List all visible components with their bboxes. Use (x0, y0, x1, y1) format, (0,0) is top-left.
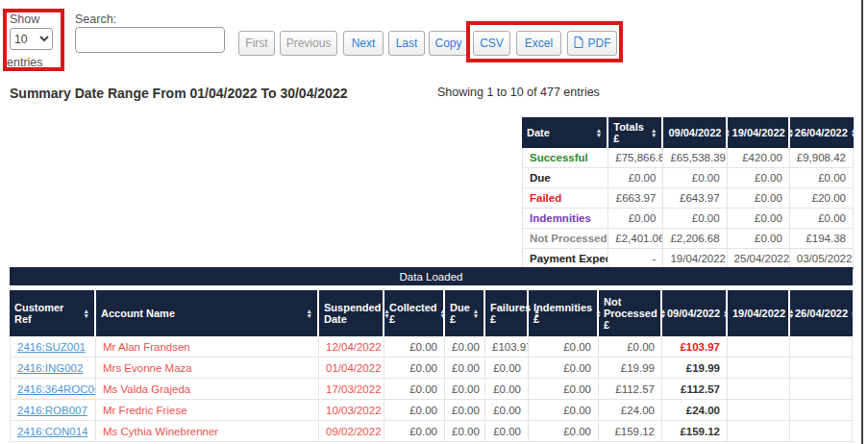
summary-column-header-0904[interactable]: 09/04/2022▲▼ (663, 117, 727, 148)
pagination-last-button[interactable]: Last (388, 31, 425, 56)
summary-row-failed: Failed £663.97 £643.97 £0.00 £20.00 (522, 188, 854, 209)
indemnities-cell: £0.00 (529, 421, 599, 442)
summary-column-header-totals[interactable]: Totals £▲▼ (608, 117, 663, 148)
column-header-not-processed[interactable]: Not Processed £▲▼ (599, 290, 662, 336)
column-label: Collected £ (389, 302, 437, 325)
table-row: 2416:CON014 Ms Cythia Winebrenner 09/02/… (10, 421, 853, 442)
date-2604-cell (790, 336, 853, 358)
sort-icon: ▲▼ (595, 308, 601, 318)
cell-value: £0.00 (663, 209, 727, 229)
column-label: Indemnities £ (533, 302, 592, 325)
column-label: Account Name (101, 308, 175, 319)
column-header-failures[interactable]: Failures £▲▼ (485, 290, 529, 336)
pdf-button-label: PDF (588, 37, 611, 50)
customer-ref-link[interactable]: 2416:364ROC002 (17, 383, 96, 395)
cell-value: 25/04/2022 (728, 249, 790, 269)
indemnities-cell: £0.00 (529, 358, 599, 379)
summary-table: Date▲▼ Totals £▲▼ 09/04/2022▲▼ 19/04/202… (522, 117, 854, 269)
collected-cell: £0.00 (384, 400, 445, 421)
sort-icon: ▲▼ (660, 308, 666, 318)
customer-ref-link[interactable]: 2416:CON014 (17, 426, 88, 437)
cell-value: £0.00 (728, 209, 790, 229)
pdf-export-button[interactable]: PDF (567, 31, 617, 56)
row-label: Due (522, 168, 608, 188)
column-header-due[interactable]: Due £▲▼ (445, 290, 485, 336)
cell-value: £75,866.81 (608, 148, 663, 168)
summary-date-range-title: Summary Date Range From 01/04/2022 To 30… (10, 86, 347, 101)
date-1904-cell (728, 421, 790, 442)
copy-button[interactable]: Copy (429, 31, 468, 56)
account-name-cell: Mr Alan Frandsen (96, 336, 319, 358)
suspended-date-cell: 10/03/2022 (319, 400, 384, 421)
sort-icon: ▲▼ (307, 308, 312, 318)
showing-entries-text: Showing 1 to 10 of 477 entries (437, 86, 600, 99)
cell-value: £65,538.39 (663, 148, 727, 168)
column-label: 19/04/2022 (732, 308, 785, 319)
sort-icon: ▲▼ (473, 308, 479, 318)
summary-row-not-processed: Not Processed £2,401.06 £2,206.68 £0.00 … (522, 229, 854, 249)
pdf-file-icon (574, 37, 583, 51)
customer-ref-link[interactable]: 2416:ROB007 (17, 405, 87, 416)
not-processed-cell: £112.57 (599, 379, 662, 400)
suspended-date-cell: 17/03/2022 (319, 379, 384, 400)
sort-icon: ▲▼ (84, 308, 89, 318)
account-name-cell: Mr Fredric Friese (96, 400, 319, 421)
cell-value: £0.00 (728, 229, 790, 249)
cell-value: £9,908.42 (790, 148, 854, 168)
column-header-collected[interactable]: Collected £▲▼ (384, 290, 445, 336)
row-label: Successful (522, 148, 608, 168)
indemnities-cell: £0.00 (529, 336, 599, 358)
sort-icon: ▲▼ (596, 128, 602, 137)
due-cell: £0.00 (445, 358, 485, 379)
cell-value: £2,206.68 (663, 229, 727, 249)
column-label: Suspended Date (324, 302, 381, 325)
pagination-first-button[interactable]: First (238, 31, 275, 56)
column-header-account-name[interactable]: Account Name▲▼ (96, 290, 319, 336)
summary-column-header-date[interactable]: Date▲▼ (522, 117, 608, 148)
main-table-header-row: Customer Ref▲▼ Account Name▲▼ Suspended … (10, 290, 853, 336)
column-header-indemnities[interactable]: Indemnities £▲▼ (529, 290, 599, 336)
due-cell: £0.00 (445, 400, 485, 421)
summary-row-indemnities: Indemnities £0.00 £0.00 £0.00 £0.00 (522, 209, 854, 229)
due-cell: £0.00 (445, 421, 485, 442)
date-0904-cell: £103.97 (662, 336, 728, 358)
customer-ref-link[interactable]: 2416:ING002 (17, 362, 83, 374)
customer-ref-link[interactable]: 2416:SUZ001 (17, 341, 86, 353)
pagination-previous-button[interactable]: Previous (280, 31, 337, 56)
date-2604-cell (790, 400, 853, 421)
suspended-date-cell: 01/04/2022 (319, 358, 384, 379)
column-header-0904[interactable]: 09/04/2022▲▼ (662, 290, 728, 336)
column-label: Totals £ (613, 121, 648, 144)
summary-row-successful: Successful £75,866.81 £65,538.39 £420.00… (522, 148, 854, 168)
not-processed-cell: £0.00 (599, 336, 662, 358)
column-header-1904[interactable]: 19/04/2022▲▼ (728, 290, 790, 336)
customer-ref-cell: 2416:ROB007 (10, 400, 96, 421)
suspended-date-cell: 09/02/2022 (319, 421, 384, 442)
page-length-select[interactable]: 10 (10, 28, 53, 50)
date-2604-cell (790, 379, 853, 400)
summary-column-header-1904[interactable]: 19/04/2022▲▼ (728, 117, 790, 148)
customer-ref-cell: 2416:CON014 (10, 421, 96, 442)
sort-icon: ▲▼ (851, 308, 856, 318)
failures-cell: £0.00 (485, 421, 529, 442)
csv-export-button[interactable]: CSV (473, 31, 510, 56)
sort-icon: ▲▼ (788, 308, 794, 318)
column-header-suspended-date[interactable]: Suspended Date▲▼ (319, 290, 384, 336)
failures-cell: £0.00 (485, 379, 529, 400)
row-label: Not Processed (522, 229, 608, 249)
cell-value: 03/05/2022 (790, 249, 854, 269)
column-header-customer-ref[interactable]: Customer Ref▲▼ (10, 290, 96, 336)
cell-value: £2,401.06 (608, 229, 663, 249)
window-border-line (861, 0, 863, 444)
search-input[interactable] (75, 27, 225, 53)
row-label: Payment Expected (522, 249, 608, 269)
account-name-cell: Ms Valda Grajeda (96, 379, 319, 400)
date-0904-cell: £19.99 (662, 358, 728, 379)
column-header-2604[interactable]: 26/04/2022▲▼ (790, 290, 853, 336)
date-1904-cell (728, 379, 790, 400)
column-label: 26/04/2022 (795, 308, 848, 319)
pagination-next-button[interactable]: Next (343, 31, 384, 56)
summary-column-header-2604[interactable]: 26/04/2022▲▼ (790, 117, 854, 148)
excel-export-button[interactable]: Excel (516, 31, 561, 56)
cell-value: £643.97 (663, 188, 727, 209)
